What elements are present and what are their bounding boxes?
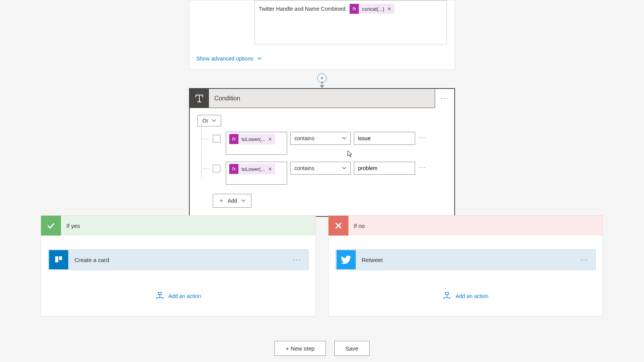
show-advanced-options-link[interactable]: Show advanced options xyxy=(196,56,262,62)
expression-text: toLower(... xyxy=(238,166,268,172)
fx-badge-icon: fx xyxy=(229,164,238,174)
chevron-down-icon xyxy=(257,56,262,61)
new-step-button[interactable]: + New step xyxy=(274,341,325,356)
trello-icon xyxy=(49,250,68,269)
condition-left-value[interactable]: fx toLower(... ✕ xyxy=(226,132,287,155)
add-action-link[interactable]: Add an action xyxy=(48,292,309,301)
chevron-down-icon xyxy=(241,198,246,203)
plus-icon: ＋ xyxy=(219,197,224,204)
operator-label: contains xyxy=(294,135,314,141)
previous-action-card: Twitter Handle and Name Combined: fx con… xyxy=(189,0,455,70)
condition-row: fx toLower(... ✕ contains ··· xyxy=(197,162,447,185)
branch-header-yes[interactable]: If yes xyxy=(41,216,315,236)
expression-token-concat[interactable]: fx concat(...) ✕ xyxy=(350,4,394,14)
flow-canvas: Twitter Handle and Name Combined: fx con… xyxy=(0,0,644,362)
condition-right-value-input[interactable] xyxy=(354,162,415,175)
field-label: Twitter Handle and Name Combined: xyxy=(259,6,347,12)
svg-rect-4 xyxy=(158,292,161,295)
add-action-icon xyxy=(442,292,452,301)
remove-token-icon[interactable]: ✕ xyxy=(268,136,275,142)
fx-badge-icon: fx xyxy=(350,4,359,14)
chevron-down-icon xyxy=(212,118,216,123)
condition-branches: If yes Create a card ··· xyxy=(41,215,603,316)
action-title: Create a card xyxy=(69,257,286,263)
property-value-field[interactable]: Twitter Handle and Name Combined: fx con… xyxy=(255,0,447,44)
condition-header[interactable]: Condition ··· xyxy=(190,89,454,108)
add-action-link[interactable]: Add an action xyxy=(335,292,596,301)
branch-header-no[interactable]: If no xyxy=(329,216,603,236)
flow-connector: + xyxy=(320,70,326,88)
arrow-down-icon xyxy=(320,81,324,88)
add-action-label: Add an action xyxy=(455,293,488,299)
add-action-icon xyxy=(155,292,164,301)
add-action-label: Add an action xyxy=(168,293,201,299)
chevron-down-icon xyxy=(342,166,347,170)
row-menu-button[interactable]: ··· xyxy=(419,132,426,141)
remove-token-icon[interactable]: ✕ xyxy=(387,6,394,12)
chevron-down-icon xyxy=(342,136,347,141)
add-label: Add xyxy=(228,198,237,204)
if-no-branch: If no Retweet ··· xyxy=(328,215,603,316)
action-menu-button[interactable]: ··· xyxy=(286,256,308,264)
tree-connector xyxy=(197,162,213,175)
svg-rect-3 xyxy=(59,256,62,260)
condition-menu-button[interactable]: ··· xyxy=(435,89,454,108)
operator-select[interactable]: contains xyxy=(290,162,351,175)
expression-text: toLower(... xyxy=(238,136,268,142)
condition-icon xyxy=(190,89,209,108)
checkmark-icon xyxy=(41,216,61,236)
show-advanced-label: Show advanced options xyxy=(196,56,253,62)
group-operator-label: Or xyxy=(202,118,209,124)
tree-connector xyxy=(197,132,213,146)
row-menu-button[interactable]: ··· xyxy=(419,162,426,171)
fx-badge-icon: fx xyxy=(229,134,238,144)
operator-label: contains xyxy=(294,165,314,171)
bottom-toolbar: + New step Save xyxy=(0,341,644,356)
cross-icon xyxy=(329,216,348,236)
branch-body: Retweet ··· Add an action xyxy=(329,236,603,316)
save-button[interactable]: Save xyxy=(334,341,370,356)
condition-left-value[interactable]: fx toLower(... ✕ xyxy=(226,162,287,185)
action-retweet[interactable]: Retweet ··· xyxy=(335,249,596,270)
action-menu-button[interactable]: ··· xyxy=(573,256,595,264)
remove-token-icon[interactable]: ✕ xyxy=(268,166,275,172)
if-yes-branch: If yes Create a card ··· xyxy=(41,215,316,316)
row-checkbox[interactable] xyxy=(213,135,220,143)
condition-rows: fx toLower(... ✕ contains ··· xyxy=(197,132,447,185)
condition-row: fx toLower(... ✕ contains ··· xyxy=(197,132,447,155)
twitter-icon xyxy=(337,250,356,269)
condition-card: Condition ··· Or fx toLower(... ✕ xyxy=(189,88,455,217)
condition-right-value-input[interactable] xyxy=(354,132,415,145)
action-title: Retweet xyxy=(356,257,573,263)
branch-title: If no xyxy=(348,223,365,229)
expression-token-tolower[interactable]: fx toLower(... ✕ xyxy=(229,134,275,144)
expression-text: concat(...) xyxy=(359,6,387,12)
branch-body: Create a card ··· Add an action xyxy=(41,236,315,316)
add-condition-button[interactable]: ＋ Add xyxy=(213,194,251,208)
branch-title: If yes xyxy=(61,223,80,229)
svg-rect-2 xyxy=(55,256,58,262)
condition-title: Condition xyxy=(209,89,435,108)
condition-body: Or fx toLower(... ✕ contains xyxy=(190,108,454,216)
row-checkbox[interactable] xyxy=(213,165,220,172)
expression-token-tolower[interactable]: fx toLower(... ✕ xyxy=(229,164,275,174)
operator-select[interactable]: contains xyxy=(290,132,351,145)
svg-rect-9 xyxy=(445,292,449,295)
action-create-a-card[interactable]: Create a card ··· xyxy=(48,249,309,270)
